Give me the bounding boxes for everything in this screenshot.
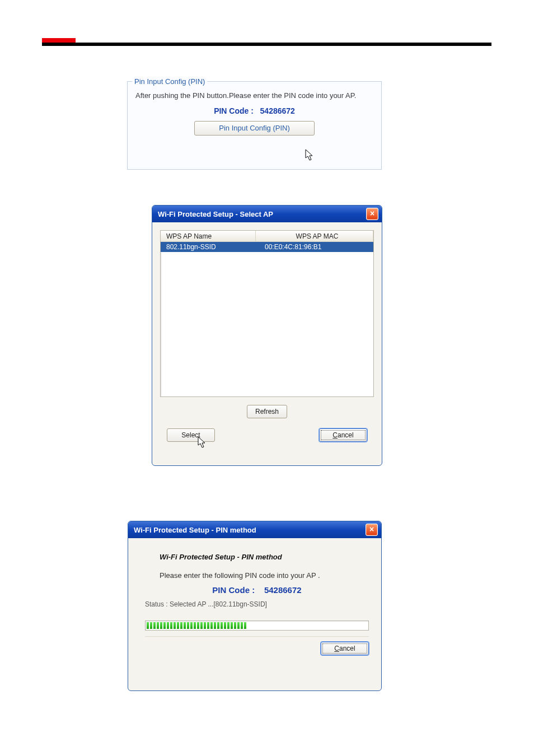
- groupbox-description: After pushing the PIN button.Please ente…: [135, 91, 373, 101]
- refresh-button[interactable]: Refresh: [247, 405, 287, 418]
- select-ap-dialog: Wi-Fi Protected Setup - Select AP × WPS …: [152, 205, 382, 466]
- pin-code-label: PIN Code :: [212, 585, 255, 595]
- pin-method-status: Status : Selected AP ...[802.11bgn-SSID]: [145, 600, 369, 608]
- pin-method-dialog: Wi-Fi Protected Setup - PIN method × Wi-…: [128, 521, 382, 691]
- pin-code-line: PIN Code : 54286672: [135, 106, 373, 115]
- pin-input-config-button[interactable]: Pin Input Config (PIN): [194, 121, 315, 136]
- dialog-titlebar[interactable]: Wi-Fi Protected Setup - PIN method ×: [128, 521, 381, 538]
- separator: [145, 636, 369, 637]
- dialog-titlebar[interactable]: Wi-Fi Protected Setup - Select AP ×: [152, 206, 382, 222]
- pin-code-line: PIN Code : 54286672: [145, 585, 369, 595]
- pin-input-groupbox: Pin Input Config (PIN) After pushing the…: [127, 81, 382, 170]
- close-button[interactable]: ×: [366, 208, 378, 220]
- select-button[interactable]: Select: [167, 428, 215, 442]
- pin-code-value: 54286672: [264, 585, 302, 595]
- close-icon: ×: [370, 209, 374, 218]
- cursor-icon: [305, 149, 316, 161]
- close-icon: ×: [369, 525, 374, 534]
- pin-code-label: PIN Code :: [214, 106, 254, 115]
- ap-list[interactable]: WPS AP Name WPS AP MAC 802.11bgn-SSID 00…: [160, 230, 374, 397]
- progress-fill: [147, 622, 246, 629]
- pin-method-instruction: Please enter the following PIN code into…: [160, 571, 369, 580]
- col-header-name[interactable]: WPS AP Name: [161, 231, 256, 242]
- groupbox-legend: Pin Input Config (PIN): [132, 77, 207, 86]
- col-header-mac[interactable]: WPS AP MAC: [256, 231, 373, 242]
- cancel-button[interactable]: Cancel: [321, 642, 369, 655]
- dialog-title: Wi-Fi Protected Setup - PIN method: [134, 526, 256, 534]
- ap-list-header: WPS AP Name WPS AP MAC: [161, 231, 373, 242]
- header-accent-black: [42, 43, 491, 46]
- progress-bar: [145, 620, 369, 631]
- pin-method-heading: Wi-Fi Protected Setup - PIN method: [160, 553, 369, 561]
- header-accent-red: [42, 38, 76, 43]
- ap-row-name: 802.11bgn-SSID: [161, 242, 256, 252]
- dialog-title: Wi-Fi Protected Setup - Select AP: [158, 210, 273, 218]
- close-button[interactable]: ×: [366, 524, 378, 536]
- cancel-button[interactable]: Cancel: [319, 428, 367, 442]
- ap-list-row[interactable]: 802.11bgn-SSID 00:E0:4C:81:96:B1: [161, 242, 373, 252]
- ap-row-mac: 00:E0:4C:81:96:B1: [256, 242, 373, 252]
- pin-code-value: 54286672: [260, 106, 295, 115]
